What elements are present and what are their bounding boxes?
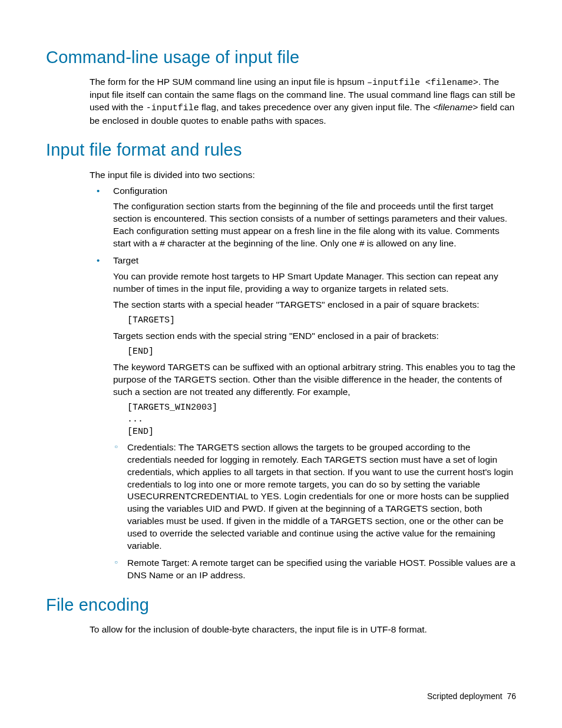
text: The form for the HP SUM command line usi… [90, 77, 367, 87]
code-block: [TARGETS] [127, 315, 516, 327]
section-list: Configuration The configuration section … [90, 185, 516, 582]
section-cli-usage: Command-line usage of input file The for… [46, 46, 516, 127]
sub-list-item-credentials: Credentials: The TARGETS section allows … [113, 442, 516, 552]
section-file-encoding: File encoding To allow for the inclusion… [46, 594, 516, 636]
body-input-format: The input file is divided into two secti… [90, 169, 516, 582]
heading-file-encoding: File encoding [46, 594, 516, 617]
body-cli-usage: The form for the HP SUM command line usi… [90, 76, 516, 127]
list-item-target: Target You can provide remote host targe… [90, 255, 516, 582]
list-item-title: Configuration [113, 186, 167, 196]
list-item-configuration: Configuration The configuration section … [90, 185, 516, 251]
footer-label: Scripted deployment [427, 691, 503, 701]
code-block: [TARGETS_WIN2003] ... [END] [127, 402, 516, 438]
body-file-encoding: To allow for the inclusion of double-byt… [90, 624, 516, 636]
code-block: [END] [127, 346, 516, 358]
paragraph: The section starts with a special header… [113, 299, 516, 311]
paragraph: To allow for the inclusion of double-byt… [90, 624, 516, 636]
list-item-body: The configuration section starts from th… [113, 200, 516, 250]
list-item-title: Target [113, 255, 138, 265]
footer-page-number: 76 [507, 691, 516, 701]
sub-list: Credentials: The TARGETS section allows … [113, 442, 516, 582]
sub-list-item-remote-target: Remote Target: A remote target can be sp… [113, 557, 516, 582]
inline-code: –inputfile <filename> [367, 78, 478, 88]
intro-text: The input file is divided into two secti… [90, 169, 516, 182]
heading-cli-usage: Command-line usage of input file [46, 46, 516, 69]
inline-code: -inputfile [146, 103, 199, 113]
section-input-format: Input file format and rules The input fi… [46, 139, 516, 581]
paragraph: The form for the HP SUM command line usi… [90, 76, 516, 127]
heading-input-format: Input file format and rules [46, 139, 516, 162]
filename-placeholder: <filename> [433, 102, 478, 112]
text: flag, and takes precedence over any give… [199, 102, 433, 112]
paragraph: You can provide remote host targets to H… [113, 271, 516, 295]
page-content: Command-line usage of input file The for… [0, 0, 562, 636]
paragraph: Targets section ends with the special st… [113, 330, 516, 342]
paragraph: The keyword TARGETS can be suffixed with… [113, 361, 516, 398]
page-footer: Scripted deployment 76 [427, 691, 516, 702]
